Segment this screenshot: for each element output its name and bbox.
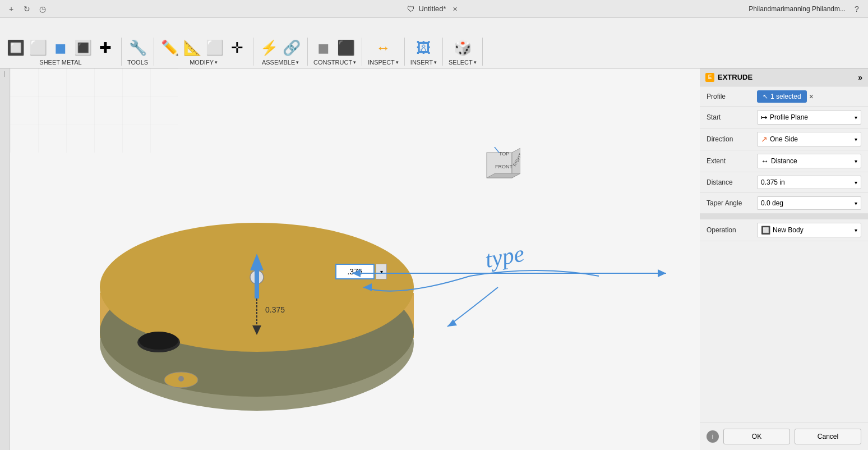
assemble-label[interactable]: ASSEMBLE ▾ xyxy=(262,59,299,66)
toolbar-btn-cut[interactable]: 🔳 xyxy=(73,38,93,58)
taper-control[interactable]: 0.0 deg ▾ xyxy=(757,196,861,210)
panel-header: E EXTRUDE » xyxy=(700,68,868,86)
axis-indicator: FRONT RIGHT TOP Z xyxy=(475,147,520,192)
toolbar-btn-extrude2[interactable]: ◼ xyxy=(50,38,71,58)
construct-dropdown-arrow: ▾ xyxy=(353,59,356,65)
toolbar-btn-move[interactable]: ✚ xyxy=(95,38,116,58)
taper-input[interactable]: 0.0 deg ▾ xyxy=(757,196,861,210)
distance-arrow: ▾ xyxy=(855,180,857,186)
modify-label[interactable]: MODIFY ▾ xyxy=(190,59,218,66)
extent-value: Distance xyxy=(771,157,797,165)
user-info: Philandmarimanning Philandm... xyxy=(749,5,846,13)
operation-dropdown[interactable]: 🔲 New Body ▾ xyxy=(757,223,861,237)
history-button[interactable]: ◷ xyxy=(36,2,49,16)
svg-marker-28 xyxy=(658,269,666,277)
new-sheet-icon: 🔲 xyxy=(7,39,25,57)
start-label: Start xyxy=(707,113,757,121)
sheet-metal-label: SHEET METAL xyxy=(39,59,81,66)
refresh-button[interactable]: ↻ xyxy=(20,2,34,16)
start-dropdown[interactable]: ↦ Profile Plane ▾ xyxy=(757,110,861,125)
toolbar: 🔲 ⬜ ◼ 🔳 ✚ SHEET METAL 🔧 TOOL xyxy=(0,18,868,68)
direction-label: Direction xyxy=(707,135,757,143)
canvas-area[interactable]: 0.375 ▾ type FRONT RIGHT xyxy=(10,68,700,450)
direction-dropdown[interactable]: ↗ One Side ▾ xyxy=(757,132,861,146)
3dmodel-icon: 📐 xyxy=(183,39,201,57)
sketch-icon: ✏️ xyxy=(161,39,179,57)
flange-icon: ⬜ xyxy=(29,39,47,57)
extent-arrow: ▾ xyxy=(855,158,857,164)
assemble-dropdown-arrow: ▾ xyxy=(296,59,299,65)
inspect-dropdown-arrow: ▾ xyxy=(396,59,399,65)
insert-label[interactable]: INSERT ▾ xyxy=(410,59,437,66)
direction-control[interactable]: ↗ One Side ▾ xyxy=(757,132,861,146)
start-value: Profile Plane xyxy=(770,113,808,121)
operation-control[interactable]: 🔲 New Body ▾ xyxy=(757,223,861,237)
construct-label[interactable]: CONSTRUCT ▾ xyxy=(313,59,356,66)
add-tab-button[interactable]: + xyxy=(4,2,18,16)
title-bar: + ↻ ◷ 🛡 Untitled* × Philandmarimanning P… xyxy=(0,0,868,18)
toolbar-btn-assemble1[interactable]: ⚡ xyxy=(259,38,279,58)
start-arrow: ▾ xyxy=(855,114,857,121)
modify-dropdown-arrow: ▾ xyxy=(215,59,218,65)
move2-icon: ✛ xyxy=(231,39,243,57)
select-icon: 🎲 xyxy=(454,39,472,57)
distance-control[interactable]: 0.375 in ▾ xyxy=(757,176,861,189)
left-sidebar: | xyxy=(0,68,10,450)
toolbar-btn-inspect[interactable]: ↔ xyxy=(373,38,394,58)
operation-arrow: ▾ xyxy=(855,227,857,233)
info-button[interactable]: i xyxy=(707,430,719,443)
toolbar-btn-sketch[interactable]: ✏️ xyxy=(160,38,180,58)
taper-label: Taper Angle xyxy=(707,199,757,207)
panel-footer: i OK Cancel xyxy=(700,423,868,450)
toolbar-btn-move2[interactable]: ✛ xyxy=(227,38,247,58)
toolbar-btn-3dmodel[interactable]: 📐 xyxy=(182,38,202,58)
select-dropdown-arrow: ▾ xyxy=(474,59,477,65)
distance-input[interactable]: 0.375 in ▾ xyxy=(757,176,861,189)
panel-row-start: Start ↦ Profile Plane ▾ xyxy=(700,107,868,128)
insert-icon: 🖼 xyxy=(416,39,431,57)
cut-icon: 🔳 xyxy=(74,39,92,57)
panel-row-operation: Operation 🔲 New Body ▾ xyxy=(700,219,868,241)
panel-row-extent: Extent ↔ Distance ▾ xyxy=(700,150,868,172)
move-icon: ✚ xyxy=(99,39,112,57)
svg-marker-27 xyxy=(352,269,361,277)
toolbar-btn-select[interactable]: 🎲 xyxy=(453,38,473,58)
extent-control[interactable]: ↔ Distance ▾ xyxy=(757,154,861,168)
cancel-button[interactable]: Cancel xyxy=(795,429,861,444)
direction-value: One Side xyxy=(770,135,798,143)
start-control[interactable]: ↦ Profile Plane ▾ xyxy=(757,110,861,125)
svg-point-16 xyxy=(178,376,184,382)
direction-icon: ↗ xyxy=(761,135,768,144)
toolbar-btn-tools[interactable]: 🔧 xyxy=(128,38,148,58)
svg-text:FRONT: FRONT xyxy=(495,164,513,169)
right-panel: E EXTRUDE » Profile ↖ 1 selected × Start… xyxy=(700,68,868,450)
toolbar-btn-construct2[interactable]: ⬛ xyxy=(336,38,356,58)
toolbar-btn-new-sheet[interactable]: 🔲 xyxy=(6,38,26,58)
extent-dropdown[interactable]: ↔ Distance ▾ xyxy=(757,154,861,168)
toolbar-btn-solid[interactable]: ⬜ xyxy=(205,38,225,58)
svg-line-35 xyxy=(492,147,499,153)
select-label[interactable]: SELECT ▾ xyxy=(449,59,477,66)
extrude-icon: E xyxy=(705,73,714,82)
ok-button[interactable]: OK xyxy=(723,429,790,444)
toolbar-btn-flange[interactable]: ⬜ xyxy=(28,38,48,58)
insert-dropdown-arrow: ▾ xyxy=(434,59,437,65)
toolbar-btn-assemble2[interactable]: 🔗 xyxy=(281,38,302,58)
annotation-svg: type xyxy=(341,220,621,388)
profile-control: ↖ 1 selected × xyxy=(757,90,861,103)
inspect-icon: ↔ xyxy=(376,39,391,57)
operation-label: Operation xyxy=(707,226,757,234)
profile-value: 1 selected xyxy=(770,93,801,100)
help-button[interactable]: ? xyxy=(850,2,864,16)
panel-row-profile: Profile ↖ 1 selected × xyxy=(700,86,868,107)
window-title: Untitled* xyxy=(418,4,446,13)
toolbar-section-tools: 🔧 TOOLS xyxy=(122,38,154,66)
toolbar-btn-insert[interactable]: 🖼 xyxy=(413,38,433,58)
profile-clear-btn[interactable]: × xyxy=(809,92,814,101)
inspect-label[interactable]: INSPECT ▾ xyxy=(368,59,399,66)
extrude2-icon: ◼ xyxy=(54,39,67,57)
profile-selected-btn[interactable]: ↖ 1 selected xyxy=(757,90,807,103)
panel-expand-btn[interactable]: » xyxy=(858,73,862,82)
toolbar-btn-construct1[interactable]: ◼ xyxy=(313,38,334,58)
close-button[interactable]: × xyxy=(450,3,461,15)
